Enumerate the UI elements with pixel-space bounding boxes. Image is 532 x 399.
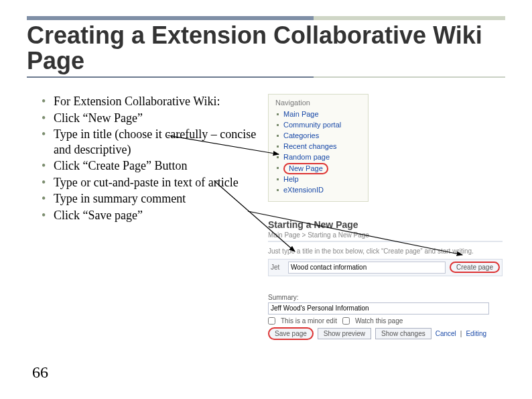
- editing-link[interactable]: Editing: [466, 330, 486, 337]
- screenshots-column: Navigation Main Page Community portal Ca…: [268, 94, 503, 340]
- watch-page-checkbox[interactable]: [342, 317, 350, 325]
- bullet-list-container: For Extension Collaborative Wiki: Click …: [40, 94, 268, 224]
- start-heading: Starting a New Page: [268, 219, 503, 230]
- bullet-item: Type or cut-and-paste in text of article: [40, 175, 268, 190]
- nav-link[interactable]: New Page: [289, 164, 323, 172]
- divider: [268, 241, 503, 242]
- bullet-item: Click “Create Page” Button: [40, 158, 268, 174]
- summary-input[interactable]: [268, 302, 489, 315]
- show-preview-button[interactable]: Show preview: [318, 328, 371, 339]
- bullet-list: For Extension Collaborative Wiki: Click …: [40, 94, 268, 223]
- slide-title: Creating a Extension Collaborative Wiki …: [27, 23, 505, 74]
- watch-page-label: Watch this page: [355, 317, 403, 325]
- bullet-item: Type in summary comment: [40, 191, 268, 207]
- title-input[interactable]: [288, 262, 446, 274]
- breadcrumb: Main Page > Starting a New Page: [268, 231, 503, 239]
- create-page-button[interactable]: Create page: [450, 262, 500, 273]
- create-page-row: Jet Create page: [268, 259, 503, 276]
- minor-edit-label: This is a minor edit: [281, 317, 337, 325]
- bullet-item: Type in title (choose it carefully – con…: [40, 127, 268, 157]
- cancel-link[interactable]: Cancel: [436, 330, 456, 337]
- slide: Creating a Extension Collaborative Wiki …: [0, 0, 532, 399]
- nav-item: Help: [274, 174, 362, 185]
- nav-item: eXtensionID: [274, 185, 362, 196]
- nav-link[interactable]: Help: [283, 175, 299, 183]
- nav-link[interactable]: eXtensionID: [283, 186, 324, 194]
- nav-item: Main Page: [274, 109, 362, 120]
- page-number: 66: [32, 363, 48, 382]
- nav-link[interactable]: Recent changes: [283, 142, 337, 150]
- bullet-item: For Extension Collaborative Wiki:: [40, 94, 268, 109]
- nav-item: New Page: [274, 163, 362, 174]
- nav-item: Categories: [274, 131, 362, 141]
- nav-heading: Navigation: [275, 99, 362, 107]
- nav-screenshot: Navigation Main Page Community portal Ca…: [268, 94, 369, 202]
- nav-item: Recent changes: [274, 141, 362, 152]
- bullet-item: Click “New Page”: [40, 111, 268, 126]
- nav-item: Random page: [274, 152, 362, 163]
- nav-link[interactable]: Community portal: [283, 121, 341, 129]
- summary-screenshot: Summary: This is a minor edit Watch this…: [268, 294, 503, 340]
- top-rule: [27, 16, 505, 20]
- button-row: Save page Show preview Show changes Canc…: [268, 327, 503, 340]
- show-changes-button[interactable]: Show changes: [375, 328, 431, 339]
- nav-link[interactable]: Categories: [283, 131, 319, 139]
- nav-item: Community portal: [274, 120, 362, 131]
- minor-edit-checkbox[interactable]: [268, 317, 275, 325]
- title-underline: [27, 76, 505, 78]
- start-page-screenshot: Starting a New Page Main Page > Starting…: [268, 219, 503, 276]
- nav-link[interactable]: Random page: [283, 153, 330, 161]
- save-page-button[interactable]: Save page: [268, 327, 314, 340]
- bullet-item: Click “Save page”: [40, 208, 268, 223]
- summary-label: Summary:: [268, 294, 503, 301]
- nav-link-highlighted[interactable]: New Page: [283, 163, 328, 174]
- field-label: Jet: [271, 264, 284, 271]
- checkbox-row: This is a minor edit Watch this page: [268, 317, 503, 325]
- nav-link[interactable]: Main Page: [283, 110, 319, 118]
- start-instruction: Just type a title in the box below, clic…: [268, 247, 503, 255]
